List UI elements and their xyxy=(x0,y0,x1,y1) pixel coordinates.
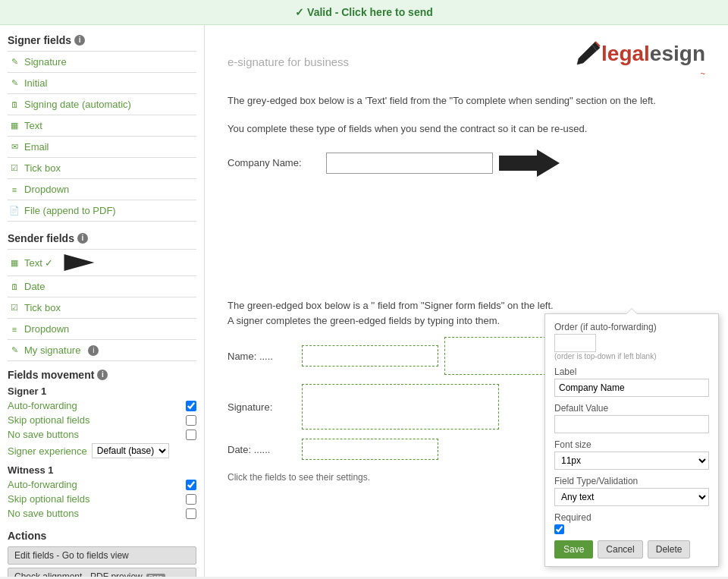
sidebar-item-sender-text[interactable]: ▦ Text ✓ xyxy=(8,251,196,274)
sidebar-item-label: Text ✓ xyxy=(24,257,53,269)
sidebar-item-my-signature[interactable]: ✎ My signature i xyxy=(8,341,196,359)
sidebar: Signer fields i ✎ Signature ✎ Initial 🗓 … xyxy=(0,25,205,577)
company-name-row: Company Name: xyxy=(228,149,705,177)
witness-auto-checkbox[interactable] xyxy=(186,480,196,490)
doc-tagline: e-signature for business xyxy=(228,55,349,68)
field-settings-popup: Order (if auto-forwarding) (order is top… xyxy=(544,313,719,567)
witness-no-save-checkbox[interactable] xyxy=(186,508,196,519)
date-label: Date: ...... xyxy=(228,444,296,455)
edit-fields-label: Edit fields - Go to fields view xyxy=(14,550,129,561)
popup-order-label: Order (if auto-forwarding) xyxy=(554,322,709,332)
signer-experience-row: Signer experience Default (base) xyxy=(8,442,196,460)
sidebar-item-initial[interactable]: ✎ Initial xyxy=(8,74,196,92)
popup-fontsize-label: Font size xyxy=(554,439,709,450)
signature-label: Signature: xyxy=(228,401,296,413)
popup-cancel-button[interactable]: Cancel xyxy=(598,540,642,559)
sidebar-item-email[interactable]: ✉ Email xyxy=(8,138,196,156)
signer-experience-select[interactable]: Default (base) xyxy=(92,443,169,458)
fields-movement-title: Fields movement i xyxy=(8,369,196,381)
sidebar-item-sender-dropdown[interactable]: ≡ Dropdown xyxy=(8,320,196,338)
witness1-label: Witness 1 xyxy=(8,464,196,476)
skip-optional-checkbox[interactable] xyxy=(186,415,196,426)
company-name-label: Company Name: xyxy=(228,157,326,168)
popup-fieldtype-select[interactable]: Any text Email Number Date Phone xyxy=(554,488,709,506)
name-dashed-input[interactable] xyxy=(302,345,438,367)
logo-text: legalesign xyxy=(601,42,705,66)
sender-fields-section: Sender fields i xyxy=(8,232,196,244)
sidebar-item-sender-tickbox[interactable]: ☑ Tick box xyxy=(8,299,196,316)
arrow-indicator xyxy=(64,254,94,271)
popup-fontsize-select[interactable]: 9px 10px 11px 12px 14px 16px xyxy=(554,452,709,470)
signer-experience-label: Signer experience xyxy=(8,445,87,457)
signer1-label: Signer 1 xyxy=(8,385,196,397)
popup-save-button[interactable]: Save xyxy=(554,540,593,559)
main-content: e-signature for business legalesign xyxy=(205,25,728,577)
witness-skip-label: Skip optional fields xyxy=(8,493,89,505)
logo-esign: esign xyxy=(650,42,705,65)
beta-badge: Beta xyxy=(146,574,165,577)
doc-area: e-signature for business legalesign xyxy=(205,25,728,498)
popup-fieldtype-label: Field Type/Validation xyxy=(554,476,709,486)
signer-fields-section: Signer fields i xyxy=(8,34,196,46)
svg-marker-0 xyxy=(499,149,560,177)
sidebar-item-label: Dropdown xyxy=(24,323,69,335)
initial-icon: ✎ xyxy=(9,78,20,89)
description1: The grey-edged box below is a 'Text' fie… xyxy=(228,93,682,109)
sidebar-item-text[interactable]: ▦ Text xyxy=(8,117,196,134)
sidebar-item-sender-date[interactable]: 🗓 Date xyxy=(8,278,196,295)
popup-required-section: Required xyxy=(554,512,709,534)
popup-fieldtype-section: Field Type/Validation Any text Email Num… xyxy=(554,476,709,506)
sidebar-item-label: Text xyxy=(24,120,42,131)
sidebar-item-file[interactable]: 📄 File (append to PDF) xyxy=(8,202,196,219)
sidebar-item-dropdown[interactable]: ≡ Dropdown xyxy=(8,181,196,198)
sender-fields-info-icon[interactable]: i xyxy=(77,233,88,244)
witness-auto-label: Auto-forwarding xyxy=(8,479,77,490)
witness-skip-checkbox[interactable] xyxy=(186,494,196,505)
popup-default-section: Default Value xyxy=(554,403,709,433)
company-name-input[interactable] xyxy=(326,153,493,174)
logo-legal: legal xyxy=(601,42,650,65)
signer1-no-save: No save buttons xyxy=(8,427,196,442)
signer1-skip-optional: Skip optional fields xyxy=(8,413,196,427)
popup-required-checkbox[interactable] xyxy=(554,524,564,534)
sender-fields-title: Sender fields xyxy=(8,232,74,244)
my-signature-info-icon[interactable]: i xyxy=(88,345,99,356)
popup-required-label: Required xyxy=(554,512,709,523)
sidebar-item-label: Tick box xyxy=(24,162,61,174)
sender-dropdown-icon: ≡ xyxy=(9,324,20,335)
check-alignment-label: Check alignment - PDF preview xyxy=(14,571,143,577)
sidebar-item-tickbox[interactable]: ☑ Tick box xyxy=(8,159,196,177)
sender-tickbox-icon: ☑ xyxy=(9,303,20,313)
logo-pen-icon xyxy=(574,40,601,68)
actions-section: Actions Edit fields - Go to fields view … xyxy=(8,530,196,577)
logo-tagline: ~ xyxy=(574,69,705,78)
sidebar-item-label: Tick box xyxy=(24,302,61,313)
popup-order-input[interactable] xyxy=(554,334,596,352)
fields-movement-info-icon[interactable]: i xyxy=(97,370,108,380)
sender-date-icon: 🗓 xyxy=(9,282,20,292)
tickbox-icon: ☑ xyxy=(9,163,20,174)
auto-forwarding-label: Auto-forwarding xyxy=(8,400,77,411)
popup-default-input[interactable] xyxy=(554,415,709,433)
check-alignment-button[interactable]: Check alignment - PDF preview Beta xyxy=(8,568,196,577)
sidebar-item-signing-date[interactable]: 🗓 Signing date (automatic) xyxy=(8,96,196,113)
signer-fields-info-icon[interactable]: i xyxy=(74,35,85,46)
auto-forwarding-checkbox[interactable] xyxy=(186,401,196,411)
witness-no-save-label: No save buttons xyxy=(8,508,79,519)
sidebar-item-signature[interactable]: ✎ Signature xyxy=(8,53,196,71)
sidebar-item-label: Signature xyxy=(24,56,67,68)
no-save-checkbox[interactable] xyxy=(186,430,196,440)
popup-delete-button[interactable]: Delete xyxy=(648,540,691,559)
date-dashed-input[interactable] xyxy=(302,439,438,460)
popup-label-input[interactable] xyxy=(554,379,709,397)
sender-text-icon: ▦ xyxy=(9,257,20,268)
signer-fields-title: Signer fields xyxy=(8,34,71,46)
signer1-auto-forwarding: Auto-forwarding xyxy=(8,398,196,413)
edit-fields-button[interactable]: Edit fields - Go to fields view xyxy=(8,546,196,565)
fields-movement-section: Fields movement i Signer 1 Auto-forwardi… xyxy=(8,369,196,521)
top-bar[interactable]: ✓ Valid - Click here to send xyxy=(0,0,728,25)
signature-icon: ✎ xyxy=(9,57,20,68)
sidebar-item-label: Email xyxy=(24,141,49,153)
my-signature-icon: ✎ xyxy=(9,345,20,356)
signature-dashed-box[interactable] xyxy=(302,384,499,430)
